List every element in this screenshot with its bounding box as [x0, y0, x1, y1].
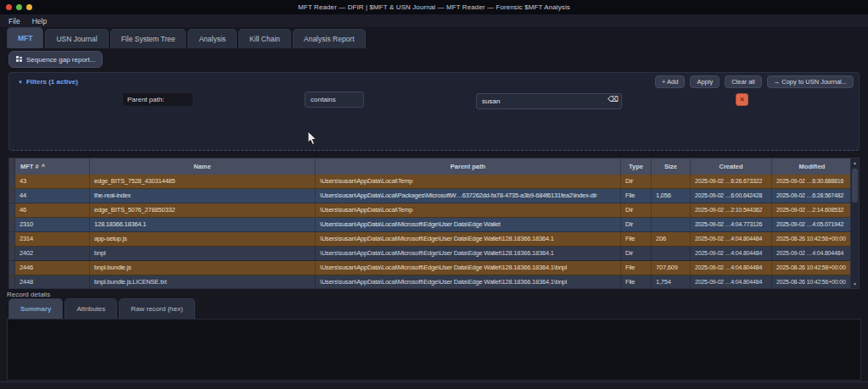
- table-row[interactable]: 2310 128.18366.18364.1 \Users\susan\AppD…: [9, 218, 850, 232]
- column-header-modified[interactable]: Modified: [772, 158, 852, 175]
- copy-to-usn-journal-button[interactable]: → Copy to USN Journal...: [767, 75, 854, 88]
- column-header-created[interactable]: Created: [691, 158, 772, 175]
- column-header-parent-path[interactable]: Parent path: [316, 158, 621, 175]
- mouse-cursor: [307, 131, 317, 146]
- cell-size: 206: [652, 232, 691, 246]
- apply-filters-button[interactable]: Apply: [690, 75, 720, 88]
- cell-name: the-real-index: [90, 189, 316, 203]
- table-row[interactable]: 2448 bnpl.bundle.js.LICENSE.txt \Users\s…: [9, 275, 850, 288]
- tab-attributes[interactable]: Attributes: [64, 298, 117, 319]
- cell-type: Dir: [621, 247, 652, 260]
- tab-usn-journal[interactable]: USN Journal: [45, 29, 108, 48]
- cell-parent-path: \Users\susan\AppData\Local\Temp: [316, 175, 621, 188]
- table-row[interactable]: 43 edge_BITS_7528_430314485 \Users\susan…: [9, 175, 850, 189]
- column-header-name[interactable]: Name: [90, 158, 316, 175]
- tab-mft[interactable]: MFT: [7, 27, 43, 48]
- main-tabbar: MFT USN Journal File System Tree Analysi…: [0, 27, 868, 48]
- filters-actions: + Add Apply Clear all → Copy to USN Jour…: [655, 75, 854, 88]
- cell-name: 128.18366.18364.1: [90, 218, 316, 231]
- mft-table-body: 43 edge_BITS_7528_430314485 \Users\susan…: [9, 175, 850, 288]
- row-gutter: [9, 203, 15, 217]
- tab-summary[interactable]: Summary: [8, 298, 63, 319]
- row-gutter: [9, 247, 15, 260]
- table-row[interactable]: 46 edge_BITS_5076_278850332 \Users\susan…: [9, 203, 850, 218]
- cell-mft-number: 2448: [15, 275, 90, 288]
- tab-analysis-report[interactable]: Analysis Report: [293, 29, 366, 48]
- cell-parent-path: \Users\susan\AppData\Local\Microsoft\Edg…: [316, 275, 621, 288]
- menu-help[interactable]: Help: [32, 17, 47, 25]
- row-gutter: [9, 275, 15, 288]
- column-header-size[interactable]: Size: [652, 158, 691, 175]
- cell-modified: 2025-09-02 …4:05.071942: [772, 218, 850, 231]
- cell-created: 2025-09-02 …4:04.804484: [691, 261, 772, 275]
- cell-mft-number: 46: [15, 203, 90, 217]
- record-details-label: Record details: [7, 291, 50, 298]
- filters-panel: ▼ Filters (1 active) + Add Apply Clear a…: [8, 72, 860, 151]
- cell-mft-number: 2310: [15, 218, 90, 231]
- clear-all-filters-button[interactable]: Clear all: [725, 75, 762, 88]
- cell-modified: 2025-08-26 10:42:56+00:00: [772, 232, 850, 246]
- table-row[interactable]: 2402 bnpl \Users\susan\AppData\Local\Mic…: [9, 247, 850, 261]
- column-header-mft[interactable]: MFT # ^: [15, 158, 90, 175]
- table-row[interactable]: 2446 bnpl.bundle.js \Users\susan\AppData…: [9, 261, 850, 275]
- row-gutter: [9, 232, 15, 246]
- cell-parent-path: \Users\susan\AppData\Local\Microsoft\Edg…: [316, 232, 621, 246]
- cell-size: [652, 175, 691, 188]
- cell-created: 2025-09-02 …6:26.673322: [691, 175, 772, 188]
- scroll-up-icon[interactable]: ▲: [851, 158, 859, 167]
- cell-name: bnpl.bundle.js.LICENSE.txt: [90, 275, 316, 288]
- cell-type: File: [621, 261, 652, 275]
- cell-parent-path: \Users\susan\AppData\Local\Microsoft\Edg…: [316, 261, 621, 275]
- filter-value-wrap: ⌫: [476, 92, 622, 108]
- column-header-type[interactable]: Type: [621, 158, 652, 175]
- cell-parent-path: \Users\susan\AppData\Local\Microsoft\Edg…: [316, 247, 621, 260]
- filter-value-input[interactable]: [476, 93, 622, 109]
- filter-field-select[interactable]: Parent path:: [122, 92, 193, 107]
- filter-operator-select[interactable]: contains: [305, 92, 364, 108]
- filters-header: ▼ Filters (1 active) + Add Apply Clear a…: [9, 75, 859, 89]
- add-filter-button[interactable]: + Add: [655, 75, 685, 88]
- titlebar: MFT Reader — DFIR | $MFT & USN Journal —…: [0, 0, 868, 14]
- cell-size: 707,609: [652, 261, 691, 275]
- cell-name: bnpl.bundle.js: [90, 261, 316, 275]
- cell-mft-number: 44: [15, 189, 90, 203]
- cell-parent-path: \Users\susan\AppData\Local\Microsoft\Edg…: [316, 218, 621, 231]
- cell-mft-number: 43: [15, 175, 90, 188]
- filters-collapse-toggle[interactable]: ▼ Filters (1 active): [18, 78, 78, 86]
- sequence-gap-report-button[interactable]: Sequence gap report...: [8, 51, 103, 68]
- table-row[interactable]: 44 the-real-index \Users\susan\AppData\L…: [9, 189, 850, 203]
- scroll-down-icon[interactable]: ▼: [851, 280, 859, 288]
- menu-file[interactable]: File: [8, 17, 20, 25]
- table-scrollbar[interactable]: ▲ ▼: [850, 158, 859, 288]
- scrollbar-thumb[interactable]: [852, 169, 858, 203]
- row-gutter: [9, 218, 15, 231]
- close-icon: ✕: [739, 96, 745, 103]
- table-row[interactable]: 2314 app-setup.js \Users\susan\AppData\L…: [9, 232, 850, 247]
- menubar: File Help: [0, 14, 868, 27]
- mft-results-table: MFT # ^ Name Parent path Type Size Creat…: [8, 158, 860, 289]
- cell-type: File: [621, 275, 652, 288]
- row-gutter: [9, 189, 15, 203]
- cell-name: edge_BITS_5076_278850332: [90, 203, 316, 217]
- tab-raw-record-hex[interactable]: Raw record (hex): [119, 298, 194, 319]
- cell-type: Dir: [621, 175, 652, 188]
- sequence-gap-report-label: Sequence gap report...: [26, 56, 95, 64]
- cell-created: 2025-09-02 …6:00.642428: [691, 189, 772, 203]
- cell-type: Dir: [621, 218, 652, 231]
- cell-type: File: [621, 232, 652, 246]
- tab-kill-chain[interactable]: Kill Chain: [238, 29, 291, 48]
- filters-title-label: Filters (1 active): [26, 78, 78, 86]
- cell-modified: 2025-09-02 …4:04.804484: [772, 247, 850, 260]
- tab-file-system-tree[interactable]: File System Tree: [110, 29, 187, 48]
- table-corner-gutter: [9, 158, 15, 175]
- mft-reader-window: MFT Reader — DFIR | $MFT & USN Journal —…: [0, 0, 868, 389]
- cell-created: 2025-09-02 …2:10.544362: [691, 203, 772, 217]
- row-gutter: [9, 261, 15, 275]
- cell-type: File: [621, 189, 652, 203]
- tab-analysis[interactable]: Analysis: [188, 29, 237, 48]
- remove-filter-button[interactable]: ✕: [736, 93, 748, 106]
- filter-row: Parent path: contains ⌫ ✕: [9, 89, 859, 111]
- clear-input-icon[interactable]: ⌫: [608, 94, 619, 104]
- cell-size: 1,754: [652, 275, 691, 288]
- cell-size: [652, 218, 691, 231]
